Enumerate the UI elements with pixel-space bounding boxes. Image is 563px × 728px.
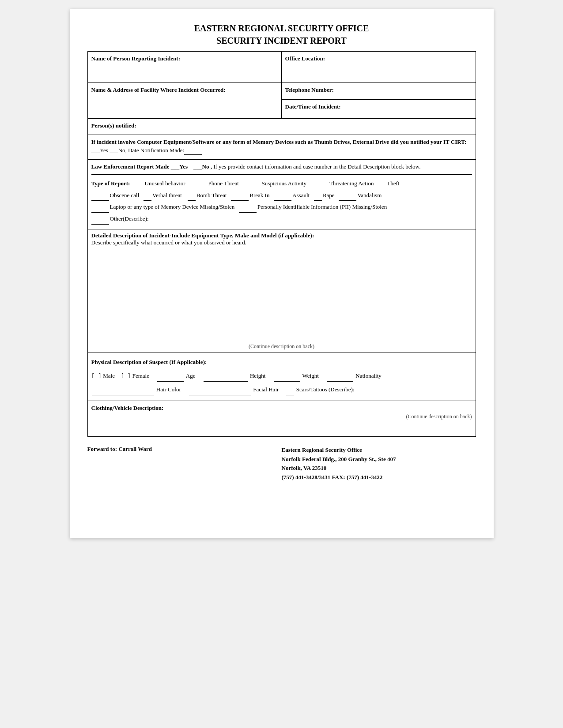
height-value[interactable] bbox=[204, 370, 248, 382]
type-row-1: Type of Report: Unusual behavior Phone T… bbox=[91, 178, 472, 189]
footer-org: Eastern Regional Security Office bbox=[282, 446, 476, 455]
type-bomb: Bomb Threat bbox=[196, 192, 227, 199]
law-enforcement-description: If yes provide contact information and c… bbox=[213, 163, 420, 170]
continue-back-2-text: (Continue description on back) bbox=[406, 413, 472, 420]
nationality-label: Nationality bbox=[355, 372, 382, 379]
type-rape: Rape bbox=[323, 192, 335, 199]
facility-cell: Name & Address of Facility Where Inciden… bbox=[88, 83, 282, 118]
forward-to: Forward to: Carroll Ward bbox=[87, 446, 152, 452]
office-location-cell: Office Location: bbox=[282, 52, 476, 83]
weight-label: Weight bbox=[302, 372, 319, 379]
facility-label: Name & Address of Facility Where Inciden… bbox=[91, 86, 226, 93]
clothing-section: Clothing/Vehicle Description: (Continue … bbox=[88, 401, 476, 436]
physical-heading-row: Physical Description of Suspect (If Appl… bbox=[91, 356, 472, 368]
type-verbal: Verbal threat bbox=[152, 192, 182, 199]
persons-notified-label: Person(s) notified: bbox=[91, 121, 472, 130]
type-laptop: Laptop or any type of Memory Device Miss… bbox=[110, 203, 235, 210]
right-col2: Telephone Number: Date/Time of Incident: bbox=[282, 83, 476, 118]
type-phone: Phone Threat bbox=[208, 180, 238, 187]
age-label: Age bbox=[186, 372, 196, 379]
description-heading-text: Detailed Description of Incident-Include… bbox=[91, 232, 314, 239]
name-person-cell: Name of Person Reporting Incident: bbox=[88, 52, 282, 83]
female-label: Female bbox=[132, 372, 149, 379]
telephone-label: Telephone Number: bbox=[285, 86, 334, 93]
hair-color-label: Hair Color bbox=[156, 386, 181, 393]
footer-phone: (757) 441-3428/3431 FAX: (757) 441-3422 bbox=[282, 473, 476, 482]
main-form: Name of Person Reporting Incident: Offic… bbox=[87, 51, 476, 437]
description-heading: Detailed Description of Incident-Include… bbox=[91, 232, 472, 246]
height-label: Height bbox=[250, 372, 265, 379]
nationality-value[interactable] bbox=[327, 370, 353, 382]
datetime-label: Date/Time of Incident: bbox=[285, 103, 341, 110]
physical-row-1: [ ] Male [ ] Female Age Height Weight Na… bbox=[91, 370, 472, 382]
it-cirt-yes-label: ___Yes ___No, bbox=[91, 147, 127, 154]
weight-value[interactable] bbox=[274, 370, 300, 382]
law-enforcement-text: Law Enforcement Report Made ___Yes ___No… bbox=[91, 162, 472, 171]
female-checkbox[interactable]: [ ] bbox=[121, 372, 131, 379]
male-checkbox[interactable]: [ ] bbox=[91, 372, 102, 379]
physical-heading: Physical Description of Suspect (If Appl… bbox=[91, 359, 207, 365]
page-title: EASTERN REGIONAL SECURITY OFFICE SECURIT… bbox=[87, 22, 476, 47]
facial-hair-label: Facial Hair bbox=[253, 386, 279, 393]
type-breakin: Break In bbox=[249, 192, 269, 199]
type-report-label: Type of Report: bbox=[91, 180, 130, 187]
footer-address1: Norfolk Federal Bldg., 200 Granby St., S… bbox=[282, 455, 476, 464]
hair-color-value[interactable] bbox=[92, 383, 154, 395]
physical-row-2: Hair Color Facial Hair Scars/Tattoos (De… bbox=[91, 383, 472, 395]
title-section: EASTERN REGIONAL SECURITY OFFICE SECURIT… bbox=[87, 22, 476, 47]
description-section: Detailed Description of Incident-Include… bbox=[88, 229, 476, 353]
footer-left: Forward to: Carroll Ward bbox=[87, 446, 282, 482]
facial-hair-value[interactable] bbox=[189, 383, 251, 395]
type-obscene: Obscene call bbox=[110, 192, 140, 199]
description-subheading-text: Describe specifically what occurred or w… bbox=[91, 239, 247, 246]
scars-tattoos-label: Scars/Tattoos (Describe): bbox=[296, 386, 355, 393]
type-vandalism: Vandalism bbox=[357, 192, 382, 199]
type-unusual: Unusual behavior bbox=[145, 180, 185, 187]
continue-back-2: (Continue description on back) bbox=[91, 412, 472, 420]
continue-back-label: (Continue description on back) bbox=[91, 339, 472, 350]
type-suspicious: Suspicious Activity bbox=[262, 180, 306, 187]
page: EASTERN REGIONAL SECURITY OFFICE SECURIT… bbox=[70, 9, 494, 538]
type-pii: Personally Identifiable Information (PII… bbox=[257, 203, 387, 210]
persons-notified-section: Person(s) notified: bbox=[88, 119, 476, 135]
datetime-cell: Date/Time of Incident: bbox=[282, 100, 476, 116]
row2: Name & Address of Facility Where Inciden… bbox=[88, 83, 476, 119]
clothing-label: Clothing/Vehicle Description: bbox=[91, 405, 472, 412]
physical-section: Physical Description of Suspect (If Appl… bbox=[88, 353, 476, 401]
footer-address2: Norfolk, VA 23510 bbox=[282, 464, 476, 473]
male-label: Male bbox=[103, 372, 115, 379]
it-cirt-section: If incident involve Computer Equipment/S… bbox=[88, 135, 476, 160]
type-assault: Assault bbox=[292, 192, 310, 199]
it-cirt-text: If incident involve Computer Equipment/S… bbox=[91, 138, 472, 155]
row1: Name of Person Reporting Incident: Offic… bbox=[88, 52, 476, 83]
type-other: Other(Describe): bbox=[110, 215, 149, 222]
telephone-cell: Telephone Number: bbox=[282, 83, 476, 100]
name-person-label: Name of Person Reporting Incident: bbox=[91, 55, 180, 62]
type-row-3: Laptop or any type of Memory Device Miss… bbox=[91, 202, 472, 213]
age-value[interactable] bbox=[157, 370, 184, 382]
type-row-4: Other(Describe): bbox=[91, 214, 472, 225]
clothing-label-text: Clothing/Vehicle Description: bbox=[91, 405, 164, 411]
law-enforcement-section: Law Enforcement Report Made ___Yes ___No… bbox=[88, 160, 476, 175]
type-theft: Theft bbox=[387, 180, 399, 187]
type-report-section: Type of Report: Unusual behavior Phone T… bbox=[88, 175, 476, 229]
office-location-label: Office Location: bbox=[285, 55, 325, 62]
type-row-2: Obscene call Verbal threat Bomb Threat B… bbox=[91, 190, 472, 201]
type-threatening: Threatening Action bbox=[329, 180, 374, 187]
footer: Forward to: Carroll Ward Eastern Regiona… bbox=[87, 446, 476, 482]
footer-right: Eastern Regional Security Office Norfolk… bbox=[282, 446, 476, 482]
it-cirt-date-label: Date Notification Made: bbox=[128, 147, 203, 154]
